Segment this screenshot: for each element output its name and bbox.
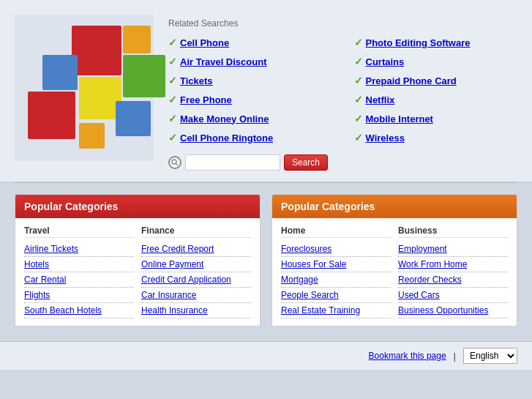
search-link-item: ✓Mobile Internet bbox=[354, 111, 518, 127]
category-link[interactable]: Airline Tickets bbox=[24, 242, 134, 257]
category-link[interactable]: People Search bbox=[281, 288, 391, 303]
search-link[interactable]: Make Money Online bbox=[180, 113, 269, 124]
check-icon: ✓ bbox=[354, 132, 363, 143]
search-link-item: ✓Prepaid Phone Card bbox=[354, 72, 518, 89]
check-icon: ✓ bbox=[354, 37, 363, 48]
check-icon: ✓ bbox=[168, 113, 177, 124]
page-wrapper: Related Searches ✓Cell Phone✓Photo Editi… bbox=[0, 0, 532, 370]
category-link[interactable]: Employment bbox=[398, 242, 508, 257]
top-section: Related Searches ✓Cell Phone✓Photo Editi… bbox=[0, 0, 532, 182]
mosaic-tile bbox=[123, 55, 165, 97]
search-link[interactable]: Free Phone bbox=[180, 94, 232, 105]
search-icon bbox=[168, 156, 181, 169]
check-icon: ✓ bbox=[354, 113, 363, 124]
mosaic-tile bbox=[28, 92, 75, 139]
category-link[interactable]: Business Opportunities bbox=[398, 303, 508, 318]
footer-bar: Bookmark this page | EnglishSpanishFrenc… bbox=[0, 341, 532, 370]
check-icon: ✓ bbox=[168, 94, 177, 105]
search-link-item: ✓Netflix bbox=[354, 92, 518, 108]
category-link[interactable]: Health Insurance bbox=[141, 303, 251, 318]
search-links-grid: ✓Cell Phone✓Photo Editing Software✓Air T… bbox=[168, 34, 517, 146]
category-link[interactable]: Foreclosures bbox=[281, 242, 391, 257]
svg-line-1 bbox=[176, 164, 179, 166]
check-icon: ✓ bbox=[168, 132, 177, 143]
language-select[interactable]: EnglishSpanishFrench bbox=[463, 348, 517, 364]
category-link[interactable]: Online Payment bbox=[141, 257, 251, 272]
right-content: Related Searches ✓Cell Phone✓Photo Editi… bbox=[168, 15, 517, 171]
category-link[interactable]: Real Estate Training bbox=[281, 303, 391, 318]
search-link-item: ✓Free Phone bbox=[168, 92, 332, 108]
category-column-right-0: HomeForeclosuresHouses For SaleMortgageP… bbox=[281, 225, 391, 318]
search-link[interactable]: Prepaid Phone Card bbox=[366, 75, 457, 86]
search-link-item: ✓Photo Editing Software bbox=[354, 34, 518, 51]
category-column-right-1: BusinessEmploymentWork From HomeReorder … bbox=[398, 225, 508, 318]
search-link-item: ✓Make Money Online bbox=[168, 111, 332, 127]
categories-section: Popular CategoriesTravelAirline TicketsH… bbox=[0, 183, 532, 341]
category-col-header-left-1: Finance bbox=[141, 225, 251, 238]
category-link[interactable]: Car Rental bbox=[24, 272, 134, 288]
search-bar-area: Search bbox=[168, 154, 517, 171]
search-link-item: ✓Cell Phone Ringtone bbox=[168, 130, 332, 146]
check-icon: ✓ bbox=[354, 75, 363, 86]
category-link[interactable]: Flights bbox=[24, 288, 134, 303]
footer-separator: | bbox=[454, 351, 456, 362]
mosaic-tile bbox=[123, 26, 151, 53]
category-header-left: Popular Categories bbox=[15, 195, 260, 218]
category-link[interactable]: Free Credit Report bbox=[141, 242, 251, 257]
mosaic-grid bbox=[15, 15, 154, 154]
mosaic-tile bbox=[79, 123, 105, 149]
check-icon: ✓ bbox=[168, 56, 177, 67]
mosaic-tile bbox=[42, 55, 78, 90]
category-link[interactable]: South Beach Hotels bbox=[24, 303, 134, 318]
svg-point-0 bbox=[172, 160, 176, 164]
bookmark-link[interactable]: Bookmark this page bbox=[369, 351, 446, 361]
category-link[interactable]: Houses For Sale bbox=[281, 257, 391, 272]
category-link[interactable]: Hotels bbox=[24, 257, 134, 272]
check-icon: ✓ bbox=[354, 56, 363, 67]
category-col-header-right-1: Business bbox=[398, 225, 508, 238]
category-column-left-0: TravelAirline TicketsHotelsCar RentalFli… bbox=[24, 225, 134, 318]
search-link-item: ✓Tickets bbox=[168, 72, 332, 89]
search-link-item: ✓Cell Phone bbox=[168, 34, 332, 51]
search-button[interactable]: Search bbox=[284, 154, 328, 171]
category-link[interactable]: Work From Home bbox=[398, 257, 508, 272]
check-icon: ✓ bbox=[354, 94, 363, 105]
search-link-item: ✓Air Travel Discount bbox=[168, 53, 332, 70]
category-link[interactable]: Car Insurance bbox=[141, 288, 251, 303]
search-link[interactable]: Netflix bbox=[366, 94, 395, 105]
category-link[interactable]: Credit Card Application bbox=[141, 272, 251, 288]
category-box-right: Popular CategoriesHomeForeclosuresHouses… bbox=[271, 194, 517, 327]
search-link-item: ✓Wireless bbox=[354, 130, 518, 146]
category-col-header-right-0: Home bbox=[281, 225, 391, 238]
category-col-header-left-0: Travel bbox=[24, 225, 134, 238]
search-link[interactable]: Wireless bbox=[366, 133, 405, 143]
search-link[interactable]: Photo Editing Software bbox=[366, 37, 471, 48]
mosaic-tile bbox=[116, 101, 151, 136]
category-link[interactable]: Mortgage bbox=[281, 272, 391, 288]
category-column-left-1: FinanceFree Credit ReportOnline PaymentC… bbox=[141, 225, 251, 318]
category-link[interactable]: Used Cars bbox=[398, 288, 508, 303]
category-body-right: HomeForeclosuresHouses For SaleMortgageP… bbox=[272, 218, 517, 326]
mosaic-tile bbox=[72, 26, 121, 75]
category-body-left: TravelAirline TicketsHotelsCar RentalFli… bbox=[15, 218, 260, 326]
check-icon: ✓ bbox=[168, 75, 177, 86]
check-icon: ✓ bbox=[168, 37, 177, 48]
search-link-item: ✓Curtains bbox=[354, 53, 518, 70]
search-link[interactable]: Air Travel Discount bbox=[180, 56, 266, 67]
category-link[interactable]: Reorder Checks bbox=[398, 272, 508, 288]
logo-mosaic bbox=[15, 15, 154, 161]
search-link[interactable]: Cell Phone Ringtone bbox=[180, 133, 273, 143]
category-header-right: Popular Categories bbox=[272, 195, 517, 218]
search-input[interactable] bbox=[185, 154, 280, 171]
search-link[interactable]: Tickets bbox=[180, 75, 213, 86]
search-link[interactable]: Mobile Internet bbox=[366, 113, 433, 124]
category-box-left: Popular CategoriesTravelAirline TicketsH… bbox=[15, 194, 261, 327]
search-link[interactable]: Cell Phone bbox=[180, 37, 229, 48]
related-searches-label: Related Searches bbox=[168, 18, 517, 29]
search-link[interactable]: Curtains bbox=[366, 56, 405, 67]
